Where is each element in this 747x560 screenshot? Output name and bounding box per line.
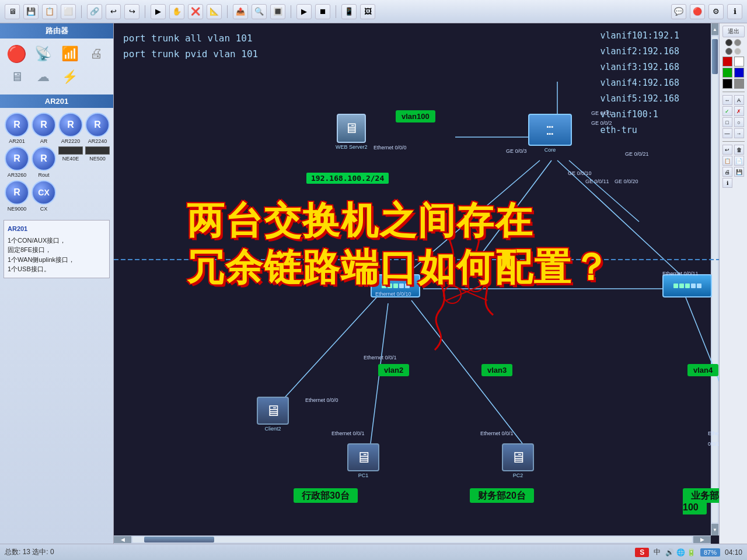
toolbar-icon-select[interactable]: 📐 <box>207 4 222 19</box>
sidebar-icon-printer[interactable]: 🖨 <box>85 43 109 64</box>
dot-mid[interactable] <box>725 48 732 55</box>
toolbar-icon-frame[interactable]: 🔳 <box>270 4 285 19</box>
dept-admin-label: 行政部30台 <box>294 490 358 502</box>
ar2220-label: AR2220 <box>61 138 81 144</box>
port-ge003-text: GE 0/0/3 <box>506 148 527 154</box>
toolbar-icon-hand[interactable]: ✋ <box>169 4 184 19</box>
sidebar-device-ar[interactable]: R AR <box>32 113 56 144</box>
sidebar-icon-wireless[interactable]: 📡 <box>32 43 56 64</box>
tool-arrow[interactable]: → <box>734 128 744 138</box>
antenna-icon: 📶 <box>60 43 81 64</box>
rout-label: Rout <box>38 172 49 178</box>
sidebar-icon-monitor[interactable]: 🖥 <box>5 66 29 88</box>
toolbar-icon-huawei[interactable]: 🔴 <box>690 4 705 19</box>
toolbar-sep2 <box>145 5 145 18</box>
toolbar-icon-print[interactable]: ⬜ <box>61 4 76 19</box>
right-panel: 退出 ↔ A ✓ ✗ □ ○ — → <box>719 23 747 544</box>
overlay-text-1: 两台交换机之间存在 <box>187 195 533 246</box>
port-ge002-text: GE 0/0/2 <box>591 120 612 126</box>
vlan100-label: vlan100 <box>396 111 435 121</box>
ne9000-icon: R <box>5 180 29 205</box>
sidebar-icon-power[interactable]: ⚡ <box>58 66 82 88</box>
sidebar-device-ar3260[interactable]: R AR3260 <box>5 146 29 178</box>
pc1-node[interactable]: 🖥 PC1 <box>347 443 379 478</box>
toolbar-icon-new[interactable]: 🖥 <box>5 4 20 19</box>
color-black[interactable] <box>722 79 732 89</box>
color-gray[interactable] <box>734 79 744 89</box>
ar-icon: R <box>32 113 56 137</box>
tool-print2[interactable]: 🖨 <box>722 167 732 177</box>
toolbar-icon-device[interactable]: 📱 <box>341 4 357 19</box>
sidebar-device-ne9000[interactable]: R NE9000 <box>5 180 29 212</box>
toolbar-icon-undo[interactable]: ↩ <box>106 4 121 19</box>
tool-info[interactable]: ℹ <box>722 178 732 188</box>
tool-rect[interactable]: □ <box>722 117 732 127</box>
tool-trash[interactable]: 🗑 <box>734 145 744 155</box>
sidebar-icon-antenna[interactable]: 📶 <box>58 43 82 64</box>
toolbar-icon-pointer[interactable]: ▶ <box>151 4 166 19</box>
dot-light[interactable] <box>734 48 741 55</box>
port-eth001-text: Ethernet 0/0/1 <box>364 355 397 360</box>
toolbar-icon-save[interactable]: 📋 <box>42 4 57 19</box>
sidebar-device-cx[interactable]: CX CX <box>32 180 56 212</box>
sidebar-device-ar2240[interactable]: R AR2240 <box>85 113 110 144</box>
dot-controls2 <box>725 48 741 55</box>
ar3260-label: AR3260 <box>8 172 27 178</box>
core-switch-node[interactable]: ▪▪▪▪▪▪ Core <box>528 114 572 153</box>
device-info-text: 1个CON/AUX接口， 固定8FE接口， 1个WAN侧uplink接口， 1个… <box>8 236 106 274</box>
exit-button[interactable]: 退出 <box>722 26 745 37</box>
toolbar-icon-zoom[interactable]: 🔍 <box>252 4 267 19</box>
tool-cursor[interactable]: ↔ <box>722 95 732 105</box>
tool-line[interactable]: — <box>722 128 732 138</box>
power-icon: ⚡ <box>60 66 81 88</box>
tool-check[interactable]: ✓ <box>722 106 732 116</box>
toolbar-icon-play[interactable]: ▶ <box>296 4 312 19</box>
canvas-area[interactable]: port trunk all vlan 101 port trunk pvid … <box>114 23 719 544</box>
port-eth001-pc3: Ethernet 0/0/1 <box>708 427 719 448</box>
toolbar-icon-open[interactable]: 💾 <box>23 4 39 19</box>
color-red[interactable] <box>722 57 732 66</box>
toolbar-icon-message[interactable]: 💬 <box>671 4 686 19</box>
dot-gray[interactable] <box>734 39 741 46</box>
vlan3-label: vlan3 <box>481 365 512 375</box>
pc2-node[interactable]: 🖥 PC2 <box>502 443 534 478</box>
toolbar-icon-help[interactable]: ℹ <box>727 4 742 19</box>
status-icons: 🔊 🌐 🔋 <box>665 548 696 556</box>
tool-undo2[interactable]: ↩ <box>722 145 732 155</box>
sidebar-device-ne40e[interactable]: NE40E <box>58 146 83 178</box>
port-ge0020: GE 0/0/20 <box>615 175 638 186</box>
port-ge0011-text: GE 0/0/11 <box>585 178 609 184</box>
vlan2-text: vlan2 <box>378 364 409 376</box>
sidebar-device-ar2220[interactable]: R AR2220 <box>58 113 83 144</box>
sidebar-device-ar201-1[interactable]: R AR201 <box>5 113 29 144</box>
sidebar-icon-router-r[interactable]: 🔴 <box>5 43 29 64</box>
tool-ellipse[interactable]: ○ <box>734 117 744 127</box>
tool-x[interactable]: ✗ <box>734 106 744 116</box>
toolbar-icon-settings[interactable]: ⚙ <box>708 4 724 19</box>
toolbar-icon-redo[interactable]: ↪ <box>124 4 139 19</box>
toolbar-sep1 <box>81 5 82 18</box>
port-eth000-2-text: Ethernet 0/0/0 <box>305 397 338 403</box>
toolbar-icon-capture[interactable]: 🖼 <box>360 4 375 19</box>
sidebar-device-rout[interactable]: R Rout <box>32 146 56 178</box>
tool-copy[interactable]: 📋 <box>722 156 732 166</box>
dept-finance-label: 财务部20台 <box>470 490 534 502</box>
toolbar-sep5 <box>336 5 336 18</box>
dist-switch2-node[interactable] <box>662 274 712 298</box>
toolbar-icon-link[interactable]: 🔗 <box>87 4 102 19</box>
sidebar-device-ne500[interactable]: NE500 <box>85 146 110 178</box>
color-blue[interactable] <box>734 68 744 78</box>
tool-paste[interactable]: 📄 <box>734 156 744 166</box>
webserver2-node[interactable]: 🖥 WEB Server2 <box>336 114 368 150</box>
dot-dark[interactable] <box>725 39 732 46</box>
sidebar-icon-cloud[interactable]: ☁ <box>32 66 56 88</box>
color-green[interactable] <box>722 68 732 78</box>
color-white[interactable] <box>734 57 744 66</box>
toolbar-icon-delete[interactable]: ❌ <box>188 4 203 19</box>
client2-node[interactable]: 🖥 Client2 <box>257 397 289 432</box>
sidebar-router-icons: 🔴 📡 📶 🖨 🖥 ☁ ⚡ <box>0 38 113 92</box>
toolbar-icon-export[interactable]: 📤 <box>233 4 248 19</box>
toolbar-icon-stop[interactable]: ⏹ <box>315 4 330 19</box>
tool-text[interactable]: A <box>734 95 744 105</box>
tool-save2[interactable]: 💾 <box>734 167 744 177</box>
